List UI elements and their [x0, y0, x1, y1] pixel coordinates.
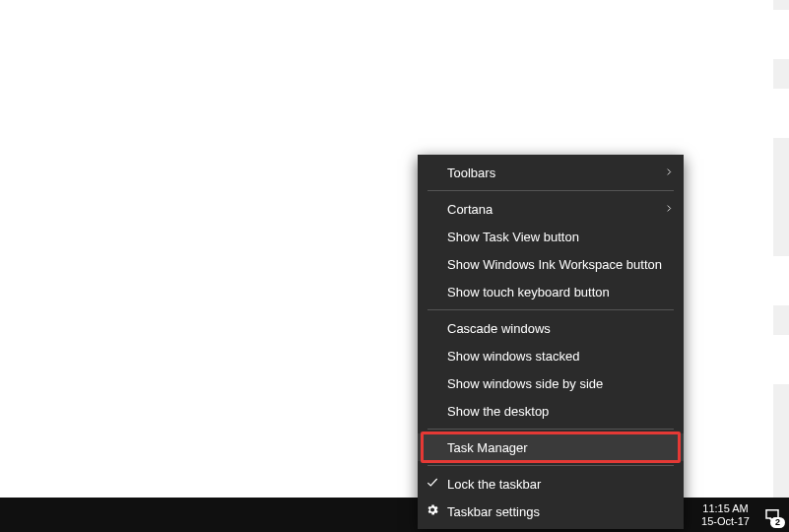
clock-date: 15-Oct-17 [701, 515, 750, 528]
scrollbar-gap [773, 10, 789, 59]
menu-separator [427, 309, 674, 310]
menu-separator [427, 190, 674, 191]
menu-separator [427, 465, 674, 466]
vertical-scrollbar[interactable] [773, 0, 789, 532]
menu-item-label: Show windows side by side [447, 376, 674, 391]
menu-item-label: Taskbar settings [447, 504, 674, 519]
gear-icon [426, 503, 439, 520]
scrollbar-gap [773, 335, 789, 384]
menu-item-cascade-windows[interactable]: Cascade windows [418, 314, 684, 342]
menu-item-label: Show the desktop [447, 404, 674, 419]
menu-separator [427, 429, 674, 430]
menu-item-task-manager[interactable]: Task Manager [418, 433, 684, 461]
menu-item-label: Show Task View button [447, 230, 674, 244]
menu-item-label: Lock the taskbar [447, 477, 674, 492]
scrollbar-gap [773, 256, 789, 305]
scrollbar-gap [773, 89, 789, 138]
menu-item-show-touch-keyboard-button[interactable]: Show touch keyboard button [418, 278, 684, 305]
menu-item-label: Cortana [447, 202, 674, 217]
taskbar-context-menu: ToolbarsCortanaShow Task View buttonShow… [418, 155, 684, 529]
action-center-icon[interactable]: 2 [756, 498, 789, 532]
menu-item-label: Cascade windows [447, 321, 674, 336]
clock-time: 11:15 AM [701, 502, 750, 515]
menu-item-show-windows-side-by-side[interactable]: Show windows side by side [418, 369, 684, 397]
menu-item-toolbars[interactable]: Toolbars [418, 159, 684, 186]
menu-item-show-task-view-button[interactable]: Show Task View button [418, 223, 684, 250]
menu-item-show-windows-ink-workspace-button[interactable]: Show Windows Ink Workspace button [418, 250, 684, 278]
chevron-right-icon [664, 166, 674, 180]
menu-item-label: Show windows stacked [447, 349, 674, 364]
menu-item-label: Show touch keyboard button [447, 285, 674, 299]
menu-item-lock-the-taskbar[interactable]: Lock the taskbar [418, 470, 684, 498]
menu-item-label: Toolbars [447, 166, 674, 180]
menu-item-label: Show Windows Ink Workspace button [447, 257, 674, 272]
notification-badge: 2 [770, 517, 785, 528]
check-icon [426, 476, 439, 493]
menu-item-label: Task Manager [447, 440, 674, 455]
menu-item-show-windows-stacked[interactable]: Show windows stacked [418, 342, 684, 369]
clock[interactable]: 11:15 AM 15-Oct-17 [695, 502, 756, 528]
system-tray: 11:15 AM 15-Oct-17 2 [695, 498, 789, 532]
menu-item-cortana[interactable]: Cortana [418, 195, 684, 223]
chevron-right-icon [664, 202, 674, 217]
menu-item-taskbar-settings[interactable]: Taskbar settings [418, 498, 684, 525]
menu-item-show-the-desktop[interactable]: Show the desktop [418, 397, 684, 425]
